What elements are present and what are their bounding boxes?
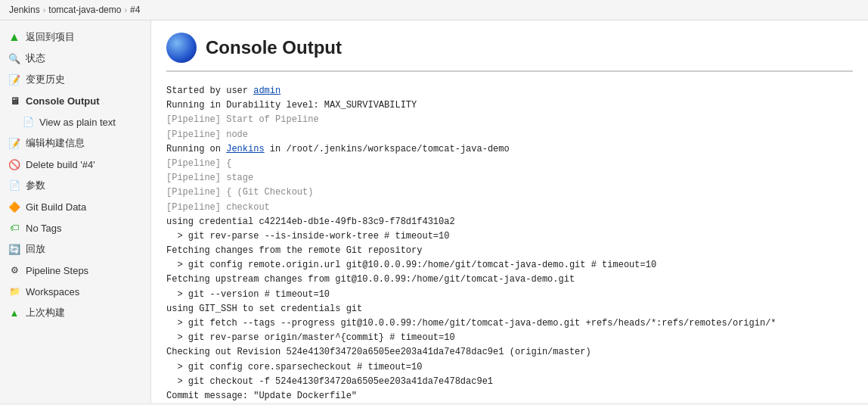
sidebar-label-back: 返回到项目	[26, 30, 75, 44]
sidebar-label-params: 参数	[26, 179, 45, 192]
sidebar-item-rebuild[interactable]: 🔄 回放	[0, 238, 150, 260]
status-icon: 🔍	[8, 51, 21, 65]
sidebar-item-no-tags[interactable]: 🏷 No Tags	[0, 217, 150, 238]
delete-icon: 🚫	[8, 157, 21, 171]
sidebar-label-console: Console Output	[26, 95, 100, 107]
sidebar: ▲ 返回到项目 🔍 状态 📝 变更历史 🖥 Console Output 📄 V…	[0, 20, 151, 403]
console-header: Console Output	[166, 33, 853, 72]
log-line-0: Started by user admin Running in Durabil…	[166, 86, 777, 403]
pipeline-steps-icon: ⚙	[8, 263, 21, 277]
breadcrumb: Jenkins › tomcat-java-demo › #4	[0, 0, 868, 20]
breadcrumb-sep-1: ›	[43, 5, 46, 14]
breadcrumb-sep-2: ›	[124, 5, 127, 14]
sidebar-item-pipeline-steps[interactable]: ⚙ Pipeline Steps	[0, 260, 150, 281]
sidebar-label-rebuild: 回放	[26, 242, 45, 256]
back-icon: ▲	[8, 30, 21, 44]
sidebar-item-changes[interactable]: 📝 变更历史	[0, 69, 150, 90]
sidebar-item-plaintext[interactable]: 📄 View as plain text	[0, 111, 150, 132]
no-tags-icon: 🏷	[8, 221, 21, 235]
user-link[interactable]: admin	[253, 86, 281, 96]
console-log: Started by user admin Running in Durabil…	[166, 84, 853, 403]
sidebar-label-pipeline-steps: Pipeline Steps	[26, 265, 88, 276]
changes-icon: 📝	[8, 73, 21, 86]
sidebar-item-git-build[interactable]: 🔶 Git Build Data	[0, 196, 150, 217]
git-build-icon: 🔶	[8, 200, 21, 213]
sidebar-label-no-tags: No Tags	[26, 223, 61, 234]
sidebar-label-edit: 编辑构建信息	[26, 136, 85, 150]
main-layout: ▲ 返回到项目 🔍 状态 📝 变更历史 🖥 Console Output 📄 V…	[0, 20, 868, 403]
sidebar-label-git: Git Build Data	[26, 201, 86, 213]
workspaces-icon: 📁	[8, 285, 21, 298]
console-ball-icon	[166, 33, 197, 63]
console-title: Console Output	[206, 37, 342, 58]
sidebar-item-edit-build[interactable]: 📝 编辑构建信息	[0, 132, 150, 154]
main-content: Console Output Started by user admin Run…	[151, 20, 868, 403]
params-icon: 📄	[8, 179, 21, 192]
prev-build-icon: ▲	[8, 306, 21, 319]
sidebar-item-workspaces[interactable]: 📁 Workspaces	[0, 281, 150, 302]
edit-icon: 📝	[8, 136, 21, 150]
breadcrumb-build[interactable]: #4	[130, 5, 140, 15]
sidebar-label-status: 状态	[26, 51, 45, 65]
console-icon: 🖥	[8, 94, 21, 107]
sidebar-label-delete: Delete build '#4'	[26, 159, 95, 170]
sidebar-label-plaintext: View as plain text	[39, 117, 116, 128]
sidebar-item-prev-build[interactable]: ▲ 上次构建	[0, 302, 150, 323]
sidebar-item-status[interactable]: 🔍 状态	[0, 48, 150, 69]
sidebar-item-back[interactable]: ▲ 返回到项目	[0, 26, 150, 48]
sidebar-item-params[interactable]: 📄 参数	[0, 175, 150, 196]
jenkins-link[interactable]: Jenkins	[226, 144, 264, 154]
sidebar-label-workspaces: Workspaces	[26, 286, 79, 298]
plaintext-icon: 📄	[21, 115, 35, 129]
sidebar-item-delete[interactable]: 🚫 Delete build '#4'	[0, 154, 150, 175]
sidebar-label-changes: 变更历史	[26, 73, 65, 86]
rebuild-icon: 🔄	[8, 242, 21, 256]
sidebar-label-prev-build: 上次构建	[26, 306, 65, 319]
sidebar-item-console[interactable]: 🖥 Console Output	[0, 90, 150, 111]
breadcrumb-jenkins[interactable]: Jenkins	[9, 5, 40, 15]
breadcrumb-project[interactable]: tomcat-java-demo	[48, 5, 121, 15]
